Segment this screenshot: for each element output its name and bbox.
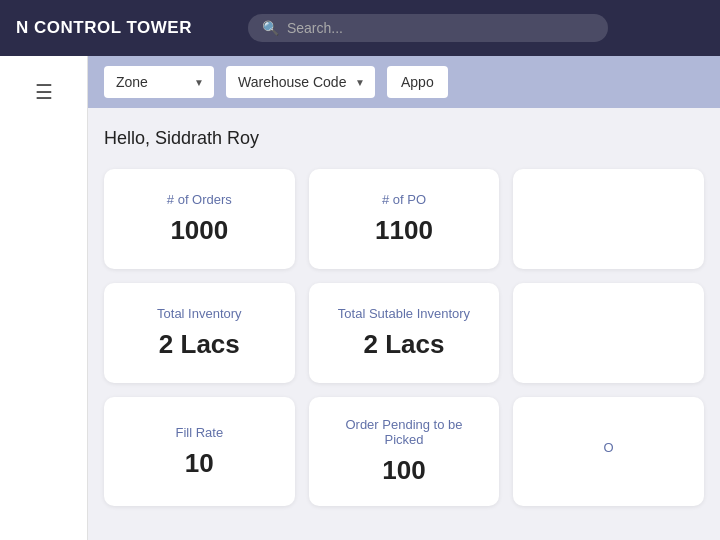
card-po: # of PO 1100 bbox=[309, 169, 500, 269]
page-body: Hello, Siddrath Roy # of Orders 1000 # o… bbox=[88, 108, 720, 526]
card-orders-value: 1000 bbox=[170, 215, 228, 246]
sidebar: ☰ bbox=[0, 56, 88, 540]
warehouse-select[interactable]: Warehouse Code bbox=[226, 66, 375, 98]
cards-grid: # of Orders 1000 # of PO 1100 Total Inve… bbox=[104, 169, 704, 506]
card-fill-rate-label: Fill Rate bbox=[175, 425, 223, 440]
card-order-pending-value: 100 bbox=[382, 455, 425, 486]
card-orders-label: # of Orders bbox=[167, 192, 232, 207]
card-order-pending: Order Pending to be Picked 100 bbox=[309, 397, 500, 506]
hamburger-menu-icon[interactable]: ☰ bbox=[27, 72, 61, 112]
warehouse-select-wrapper: Warehouse Code bbox=[226, 66, 375, 98]
card-po-label: # of PO bbox=[382, 192, 426, 207]
card-partial-3: O bbox=[513, 397, 704, 506]
zone-select-wrapper: Zone bbox=[104, 66, 214, 98]
card-orders: # of Orders 1000 bbox=[104, 169, 295, 269]
card-suitable-inventory-value: 2 Lacs bbox=[364, 329, 445, 360]
search-bar: 🔍 bbox=[248, 14, 608, 42]
search-icon: 🔍 bbox=[262, 20, 279, 36]
filter-bar: Zone Warehouse Code Appo bbox=[88, 56, 720, 108]
content-area: Zone Warehouse Code Appo Hello, Siddrath… bbox=[88, 56, 720, 540]
appo-button[interactable]: Appo bbox=[387, 66, 448, 98]
header: N CONTROL TOWER 🔍 bbox=[0, 0, 720, 56]
zone-select[interactable]: Zone bbox=[104, 66, 214, 98]
card-total-inventory-label: Total Inventory bbox=[157, 306, 242, 321]
card-partial-1 bbox=[513, 169, 704, 269]
card-fill-rate-value: 10 bbox=[185, 448, 214, 479]
card-po-value: 1100 bbox=[375, 215, 433, 246]
card-suitable-inventory-label: Total Sutable Inventory bbox=[338, 306, 470, 321]
card-partial-2 bbox=[513, 283, 704, 383]
card-order-pending-label: Order Pending to be Picked bbox=[325, 417, 484, 447]
search-input[interactable] bbox=[287, 20, 594, 36]
card-total-inventory-value: 2 Lacs bbox=[159, 329, 240, 360]
card-fill-rate: Fill Rate 10 bbox=[104, 397, 295, 506]
card-total-inventory: Total Inventory 2 Lacs bbox=[104, 283, 295, 383]
card-suitable-inventory: Total Sutable Inventory 2 Lacs bbox=[309, 283, 500, 383]
app-title: N CONTROL TOWER bbox=[16, 18, 192, 38]
main-container: ☰ Zone Warehouse Code Appo Hello, Siddra… bbox=[0, 56, 720, 540]
card-partial-label: O bbox=[604, 440, 614, 455]
greeting-text: Hello, Siddrath Roy bbox=[104, 128, 704, 149]
